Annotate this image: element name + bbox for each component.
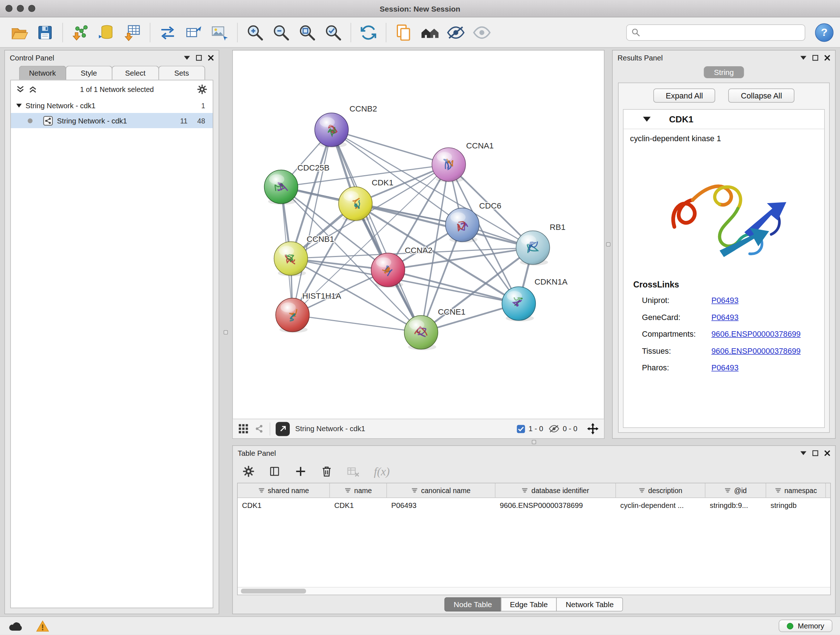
float-window-icon[interactable] — [813, 55, 819, 61]
table-column-header[interactable]: description — [616, 483, 706, 497]
add-column-icon[interactable] — [295, 466, 307, 478]
tab-sets[interactable]: Sets — [158, 66, 205, 80]
tab-network[interactable]: Network — [19, 66, 66, 80]
table-cell[interactable]: P06493 — [387, 498, 496, 512]
warning-icon[interactable] — [36, 620, 50, 632]
zoom-in-button[interactable] — [243, 20, 268, 45]
network-canvas[interactable]: CCNB2CCNA1CDC25BCDK1CDC6RB1CCNB1CCNA2CDK… — [233, 51, 604, 419]
apply-layout-button[interactable] — [356, 20, 381, 45]
tree-expander-icon[interactable] — [16, 103, 22, 108]
table-column-header[interactable]: database identifier — [496, 483, 616, 497]
tab-network-table[interactable]: Network Table — [556, 598, 623, 612]
scrollbar-thumb[interactable] — [241, 589, 306, 594]
cloud-status-icon[interactable] — [8, 620, 24, 632]
memory-button[interactable]: Memory — [779, 620, 832, 632]
network-node-CDK1[interactable]: CDK1 — [339, 178, 393, 222]
move-crosshair-icon[interactable] — [587, 423, 599, 435]
control-panel-splitter[interactable] — [219, 50, 232, 614]
float-window-icon[interactable] — [813, 450, 819, 456]
network-edge[interactable] — [332, 130, 422, 333]
table-column-header[interactable]: canonical name — [387, 483, 496, 497]
network-graph[interactable]: CCNB2CCNA1CDC25BCDK1CDC6RB1CCNB1CCNA2CDK… — [233, 51, 604, 419]
show-all-button[interactable] — [470, 20, 494, 45]
share-icon[interactable] — [254, 424, 264, 434]
collapse-all-button[interactable]: Collapse All — [729, 89, 795, 103]
table-row[interactable]: CDK1CDK1P064939606.ENSP00000378699cyclin… — [238, 498, 830, 512]
tab-string[interactable]: String — [704, 66, 744, 78]
table-cell[interactable]: stringdb:9... — [706, 498, 766, 512]
tab-node-table[interactable]: Node Table — [445, 598, 501, 612]
chevron-down-icon[interactable] — [801, 451, 807, 455]
table-cell[interactable]: CDK1 — [330, 498, 387, 512]
open-session-button[interactable] — [6, 20, 32, 45]
zoom-selected-button[interactable] — [321, 20, 346, 45]
network-node-CDC6[interactable]: CDC6 — [446, 201, 501, 243]
splitter-grip[interactable] — [532, 440, 536, 444]
tab-edge-table[interactable]: Edge Table — [501, 598, 557, 612]
network-edge[interactable] — [388, 270, 519, 304]
network-collection-row[interactable]: String Network - cdk1 1 — [11, 98, 213, 113]
table-cell[interactable]: CDK1 — [238, 498, 330, 512]
save-session-button[interactable] — [33, 20, 57, 45]
crosslink-value[interactable]: P06493 — [712, 312, 739, 321]
new-network-from-selection-button[interactable] — [181, 20, 206, 45]
import-network-database-button[interactable] — [94, 20, 119, 45]
network-node-HIST1H1A[interactable]: HIST1H1A — [276, 291, 341, 333]
table-settings-gear-icon[interactable] — [243, 466, 255, 478]
zoom-fit-button[interactable] — [295, 20, 320, 45]
table-cell[interactable]: 9606.ENSP00000378699 — [496, 498, 616, 512]
network-node-CCNA1[interactable]: CCNA1 — [432, 141, 494, 182]
search-input[interactable] — [643, 28, 800, 36]
float-window-icon[interactable] — [196, 55, 202, 61]
export-image-button[interactable] — [207, 20, 232, 45]
network-edge[interactable] — [355, 204, 533, 248]
network-edge[interactable] — [293, 130, 332, 315]
chevron-down-icon[interactable] — [184, 55, 190, 60]
crosslink-value[interactable]: 9606.ENSP00000378699 — [712, 346, 801, 355]
crosslink-value[interactable]: P06493 — [712, 296, 739, 304]
crosslink-value[interactable]: P06493 — [712, 363, 739, 372]
hide-selected-button[interactable] — [444, 20, 469, 45]
zoom-out-button[interactable] — [269, 20, 294, 45]
help-button[interactable]: ? — [815, 23, 834, 42]
search-box[interactable] — [626, 24, 805, 41]
expand-all-icon[interactable] — [29, 85, 37, 93]
import-table-button[interactable] — [120, 20, 145, 45]
chevron-down-icon[interactable] — [801, 55, 807, 60]
network-overview-button[interactable] — [417, 20, 442, 45]
gene-section-header[interactable]: CDK1 — [624, 110, 824, 129]
show-columns-icon[interactable] — [269, 466, 281, 478]
close-panel-icon[interactable] — [824, 450, 831, 456]
table-column-header[interactable]: name — [330, 483, 387, 497]
network-edge[interactable] — [293, 315, 422, 333]
network-row[interactable]: String Network - cdk1 11 48 — [11, 113, 213, 128]
table-cell[interactable]: stringdb — [766, 498, 826, 512]
merge-networks-button[interactable] — [155, 20, 180, 45]
section-chevron-icon[interactable] — [643, 117, 651, 122]
table-column-header[interactable]: @id — [706, 483, 766, 497]
splitter-grip[interactable] — [606, 242, 611, 247]
table-panel-splitter[interactable] — [232, 439, 836, 445]
expand-all-button[interactable]: Expand All — [653, 89, 715, 103]
results-panel-splitter[interactable] — [605, 50, 612, 439]
copy-document-button[interactable] — [392, 20, 416, 45]
splitter-grip[interactable] — [224, 330, 228, 334]
table-cell[interactable]: cyclin-dependent ... — [616, 498, 706, 512]
table-column-header[interactable]: namespac — [766, 483, 826, 497]
network-node-CCNB1[interactable]: CCNB1 — [274, 234, 334, 277]
close-panel-icon[interactable] — [208, 55, 214, 61]
network-edge[interactable] — [332, 130, 449, 165]
birdseye-grid-icon[interactable] — [238, 424, 249, 434]
network-node-RB1[interactable]: RB1 — [516, 223, 566, 266]
network-node-CDKN1A[interactable]: CDKN1A — [502, 277, 568, 321]
gear-icon[interactable] — [197, 84, 208, 95]
table-column-header[interactable]: shared name — [238, 483, 330, 497]
tab-select[interactable]: Select — [112, 66, 159, 80]
import-network-file-button[interactable] — [68, 20, 93, 45]
delete-column-trash-icon[interactable] — [321, 466, 333, 478]
horizontal-scrollbar[interactable] — [238, 587, 830, 595]
tab-style[interactable]: Style — [65, 66, 112, 80]
network-node-CCNE1[interactable]: CCNE1 — [404, 307, 466, 350]
collapse-all-icon[interactable] — [16, 85, 25, 93]
crosslink-value[interactable]: 9606.ENSP00000378699 — [712, 329, 801, 338]
